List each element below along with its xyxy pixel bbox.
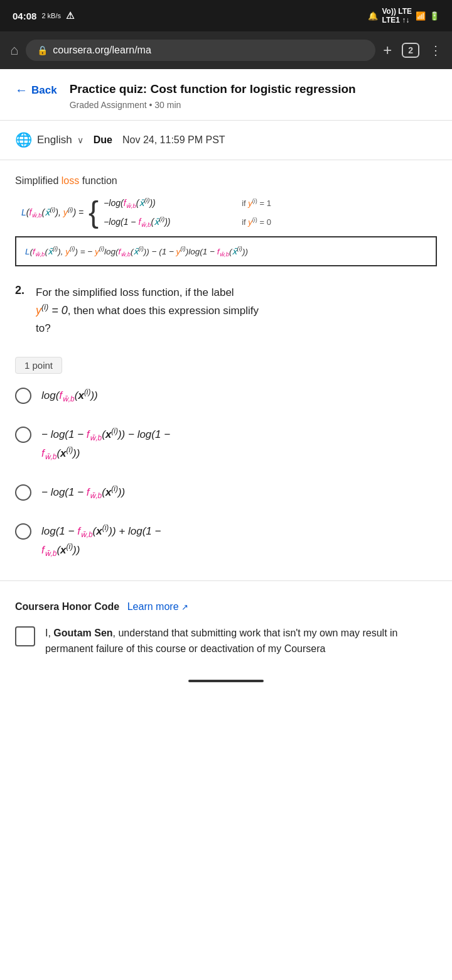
add-tab-button[interactable]: +	[383, 41, 392, 59]
alarm-icon: 🔔	[368, 11, 378, 21]
question-2-block: 2. For the simplified loss function, if …	[15, 284, 437, 337]
honor-user-name: Goutam Sen	[53, 628, 112, 638]
question-number: 2.	[15, 284, 24, 297]
learn-more-link[interactable]: Learn more ↗	[127, 601, 188, 612]
option-3[interactable]: − log(1 − fw̄,b(x(i)))	[15, 483, 437, 502]
globe-icon: 🌐	[15, 132, 32, 148]
option-4[interactable]: log(1 − fw̄,b(x(i))) + log(1 − fw̄,b(x(i…	[15, 522, 437, 560]
status-left: 04:08 2 kB/s ⚠	[13, 10, 74, 21]
piecewise-case-1: −log(fw̄,b(x̄(i))) if y(i) = 1	[104, 197, 271, 209]
option-2[interactable]: − log(1 − fw̄,b(x(i))) − log(1 − fw̄,b(x…	[15, 425, 437, 463]
honor-code-header: Coursera Honor Code Learn more ↗	[15, 601, 437, 612]
case-1-expr: −log(fw̄,b(x̄(i)))	[104, 197, 229, 209]
status-bar: 04:08 2 kB/s ⚠ 🔔 Vo)) LTELTE1 ↑↓ 📶 🔋	[0, 0, 452, 31]
battery-icon: 🔋	[429, 11, 439, 21]
quiz-content: Simplified loss function L(fw̄,b(x̄(i)),…	[0, 160, 452, 560]
signal-icon: Vo)) LTELTE1 ↑↓	[382, 7, 412, 24]
option-1[interactable]: log(fw̄,b(x(i)))	[15, 386, 437, 405]
honor-code-title: Coursera Honor Code	[15, 601, 119, 612]
piecewise-definition: L(fw̄,b(x̄(i)), y(i)) = { −log(fw̄,b(x̄(…	[21, 197, 437, 229]
question-text: For the simplified loss function, if the…	[36, 284, 259, 337]
browser-bar: ⌂ 🔒 coursera.org/learn/ma + 2 ⋮	[0, 31, 452, 69]
lock-icon: 🔒	[37, 45, 48, 55]
browser-actions: + 2 ⋮	[383, 41, 442, 59]
piecewise-cases: −log(fw̄,b(x̄(i))) if y(i) = 1 −log(1 − …	[104, 197, 271, 229]
bottom-bar	[0, 670, 452, 687]
piecewise-case-2: −log(1 − fw̄,b(x̄(i))) if y(i) = 0	[104, 215, 271, 228]
lang-due-row: 🌐 English ∨ Due Nov 24, 11:59 PM PST	[0, 121, 452, 160]
option-3-text: − log(1 − fw̄,b(x(i)))	[41, 483, 125, 502]
learn-more-label: Learn more	[127, 601, 179, 612]
menu-button[interactable]: ⋮	[429, 43, 442, 58]
honor-body: I, Goutam Sen, understand that submittin…	[15, 625, 437, 657]
radio-4[interactable]	[15, 523, 31, 540]
status-right: 🔔 Vo)) LTELTE1 ↑↓ 📶 🔋	[368, 7, 439, 24]
boxed-formula: L(fw̄,b(x̄(i)), y(i)) = − y(i)log(fw̄,b(…	[15, 236, 437, 266]
main-content: ← Back Practice quiz: Cost function for …	[0, 69, 452, 687]
option-2-text: − log(1 − fw̄,b(x(i))) − log(1 − fw̄,b(x…	[41, 425, 170, 463]
warning-icon: ⚠	[66, 10, 74, 21]
kbs: 2 kB/s	[41, 12, 61, 19]
option-4-text: log(1 − fw̄,b(x(i))) + log(1 − fw̄,b(x(i…	[41, 522, 161, 560]
back-arrow-icon: ←	[15, 83, 28, 97]
chevron-down-icon: ∨	[77, 135, 83, 145]
page-title-block: Practice quiz: Cost function for logisti…	[70, 82, 437, 110]
honor-text: I, Goutam Sen, understand that submittin…	[45, 625, 437, 657]
due-label: Due	[94, 134, 112, 146]
bottom-indicator	[188, 680, 264, 682]
case-1-cond: if y(i) = 1	[242, 198, 271, 208]
back-label: Back	[31, 84, 57, 97]
radio-1[interactable]	[15, 388, 31, 404]
tab-count[interactable]: 2	[402, 43, 419, 58]
external-link-icon: ↗	[181, 602, 188, 612]
case-2-cond: if y(i) = 0	[242, 217, 271, 227]
url-bar[interactable]: 🔒 coursera.org/learn/ma	[26, 40, 375, 61]
home-button[interactable]: ⌂	[10, 42, 18, 58]
time: 04:08	[13, 11, 36, 21]
case-2-expr: −log(1 − fw̄,b(x̄(i)))	[104, 215, 229, 228]
honor-section: Coursera Honor Code Learn more ↗ I, Gout…	[0, 580, 452, 670]
language-selector[interactable]: 🌐 English ∨	[15, 132, 83, 148]
radio-3[interactable]	[15, 484, 31, 501]
language-label: English	[37, 134, 72, 146]
back-button[interactable]: ← Back	[15, 83, 57, 97]
options-list: log(fw̄,b(x(i))) − log(1 − fw̄,b(x(i))) …	[15, 386, 437, 560]
points-badge: 1 point	[15, 357, 62, 374]
page-subtitle: Graded Assignment • 30 min	[70, 100, 437, 110]
signal-bars: 📶	[416, 11, 426, 21]
radio-2[interactable]	[15, 427, 31, 443]
piecewise-brace: {	[89, 197, 99, 227]
section-intro: Simplified loss function	[15, 175, 437, 187]
url-text: coursera.org/learn/ma	[53, 45, 151, 56]
option-1-text: log(fw̄,b(x(i)))	[41, 386, 98, 405]
page-header: ← Back Practice quiz: Cost function for …	[0, 69, 452, 121]
piecewise-lhs: L(fw̄,b(x̄(i)), y(i)) =	[21, 206, 83, 219]
honor-checkbox[interactable]	[15, 626, 35, 646]
due-date: Nov 24, 11:59 PM PST	[122, 134, 225, 146]
page-title: Practice quiz: Cost function for logisti…	[70, 82, 437, 97]
loss-word: loss	[62, 175, 79, 186]
